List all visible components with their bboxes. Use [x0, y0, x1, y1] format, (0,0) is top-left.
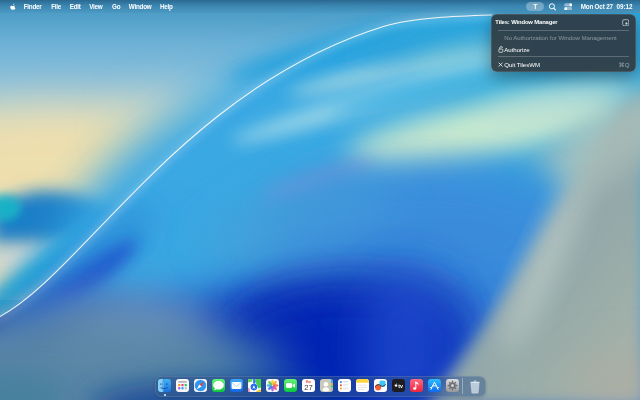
svg-text:27: 27 [304, 383, 312, 392]
svg-text:tv: tv [398, 383, 403, 389]
